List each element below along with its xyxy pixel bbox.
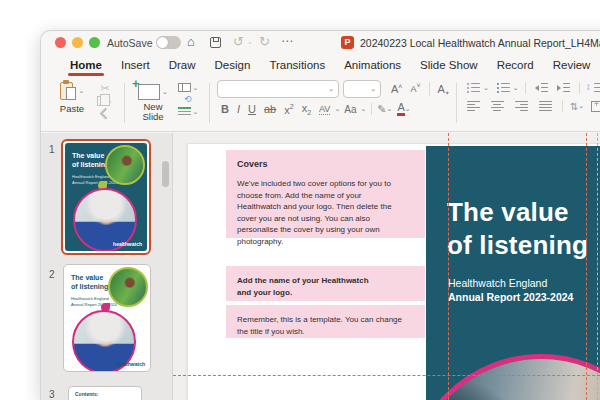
autosave-toggle[interactable] [156,36,181,49]
horizontal-guide[interactable] [173,375,600,376]
undo-chevron-icon[interactable]: ⌄ [247,38,253,46]
tab-home[interactable]: Home [70,59,102,71]
highlight-chevron-icon[interactable]: ⌄ [387,105,393,113]
tab-record[interactable]: Record [497,59,534,71]
align-right-icon[interactable] [515,101,528,111]
shrink-font-button[interactable]: A˅ [410,84,420,94]
clipboard-small-buttons: ✂ ⌄ [93,80,117,131]
teal-cover-design[interactable]: The value of listening Healthwatch Engla… [426,146,600,400]
format-painter-icon[interactable] [99,107,112,120]
underline-button[interactable]: U [248,103,256,115]
change-case-chevron-icon[interactable]: ⌄ [360,105,366,113]
covers-note-title: Covers [237,159,414,169]
undo-icon[interactable]: ↺ [233,34,244,49]
slide-title[interactable]: The value of listening [447,196,588,262]
bullet-list-chevron-icon[interactable]: ⌄ [483,84,489,92]
tab-animations[interactable]: Animations [344,59,401,71]
font-name-chevron-icon[interactable]: ⌄ [328,85,334,93]
divider [456,83,457,123]
powerpoint-app-icon: P [341,36,354,49]
bullet-list-icon[interactable] [467,83,480,93]
align-objects-icon[interactable] [591,101,600,112]
char-spacing-chevron-icon[interactable]: ⌄ [334,105,340,113]
covers-note-body: We've included two cover options for you… [237,178,414,247]
save-icon[interactable] [210,37,221,48]
current-slide[interactable]: Covers We've included two cover options … [187,143,600,400]
remember-note-textbox[interactable]: Remember, this is a template. You can ch… [226,305,425,338]
slide-number: 2 [49,269,55,280]
italic-button[interactable]: I [237,103,240,115]
font-size-chevron-icon[interactable]: ⌄ [370,85,376,93]
cut-icon[interactable]: ✂ [100,83,109,93]
font-color-chevron-icon[interactable]: ⌄ [405,105,411,113]
cover-photo-circle[interactable] [426,354,600,400]
section-chevron-icon[interactable]: ⌄ [193,108,199,116]
decrease-indent-icon[interactable] [535,83,548,93]
align-left-icon[interactable] [467,101,480,111]
align-center-icon[interactable] [491,101,504,111]
thumb-title: The value of listening [72,152,109,169]
panel-scrollbar-thumb[interactable] [162,161,169,187]
subscript-button[interactable]: x2 [302,102,311,116]
strikethrough-button[interactable]: ab [264,103,276,115]
increase-indent-icon[interactable] [557,83,570,93]
highlight-pen-icon[interactable]: ✎ [377,103,386,116]
reset-slide-icon[interactable]: ⟲ [184,95,192,104]
paste-chevron-icon[interactable]: ⌄ [79,87,85,95]
character-spacing-button[interactable]: AV [319,104,330,115]
grow-font-button[interactable]: A˄ [391,83,402,95]
text-direction-chevron-icon[interactable]: ⌄ [578,102,584,110]
tab-draw[interactable]: Draw [169,59,196,71]
tab-insert[interactable]: Insert [121,59,150,71]
new-slide-button[interactable]: ⌄ New Slide [132,80,174,131]
tab-slide-show[interactable]: Slide Show [420,59,478,71]
slide-thumbnail-3[interactable]: Contents: [68,386,142,400]
vertical-guide[interactable] [586,133,587,400]
redo-icon[interactable]: ↻ [259,34,270,49]
justify-icon[interactable] [539,101,552,111]
powerpoint-window: AutoSave ⌂ ↺ ⌄ ↻ ⋯ P 20240223 Local Heal… [40,30,600,400]
line-spacing-icon[interactable]: ↕ [589,83,600,93]
change-case-button[interactable]: Aa [344,104,356,115]
paragraph-group: ⌄ ⌄ ↕ ⌄ [464,80,600,131]
font-name-combobox[interactable]: ⌄ [217,80,339,98]
vertical-guide-gray[interactable] [597,133,598,400]
tab-design[interactable]: Design [215,59,251,71]
covers-note-textbox[interactable]: Covers We've included two cover options … [226,150,425,238]
numbered-list-icon[interactable] [497,83,510,93]
toggle-knob [157,37,168,48]
thumb-title: The value of listening [71,274,108,291]
bold-button[interactable]: B [221,103,229,115]
window-close-button[interactable] [55,37,66,48]
slide-thumbnail-1[interactable]: The value of listening Healthwatch Engla… [61,139,151,255]
slide-subtitle-bold[interactable]: Annual Report 2023-2024 [448,291,573,303]
contents-label: Contents: [75,391,98,397]
vertical-guide[interactable] [448,133,449,400]
divider [562,100,563,112]
add-name-note-textbox[interactable]: Add the name of your Healthwatch and you… [226,266,425,301]
ribbon-toolbar: ⌄ Paste ✂ ⌄ ⌄ New Slide ⌄ ⟲ [41,76,600,132]
font-color-button[interactable]: A [397,102,404,116]
font-size-combobox[interactable]: ⌄ [343,80,381,98]
window-zoom-button[interactable] [89,37,100,48]
thumbnail-1-cover: The value of listening Healthwatch Engla… [65,143,147,251]
titlebar-more-icon[interactable]: ⋯ [281,34,294,48]
font-group: ⌄ ⌄ A˄ A˅ A B I U ab x2 x2 AV⌄ Aa⌄ ✎⌄ A⌄ [217,80,449,131]
new-slide-chevron-icon[interactable]: ⌄ [162,88,168,96]
layout-chevron-icon[interactable]: ⌄ [193,84,199,92]
window-minimize-button[interactable] [72,37,83,48]
numbered-list-chevron-icon[interactable]: ⌄ [513,84,519,92]
slide-layout-icon[interactable] [178,83,191,92]
home-icon[interactable]: ⌂ [187,34,195,49]
slide-subtitle[interactable]: Healthwatch England [448,277,547,289]
copy-icon[interactable] [97,96,105,106]
tab-transitions[interactable]: Transitions [269,59,325,71]
slide-thumbnail-2[interactable]: The value of listening Healthwatch Engla… [63,264,151,372]
autosave-label: AutoSave [107,37,153,49]
tab-review[interactable]: Review [553,59,591,71]
clear-formatting-button[interactable]: A [438,83,445,95]
superscript-button[interactable]: x2 [284,103,293,116]
paste-button[interactable]: ⌄ Paste [51,80,93,131]
text-direction-icon[interactable]: ⇅ [570,101,578,112]
section-icon[interactable] [178,107,191,116]
